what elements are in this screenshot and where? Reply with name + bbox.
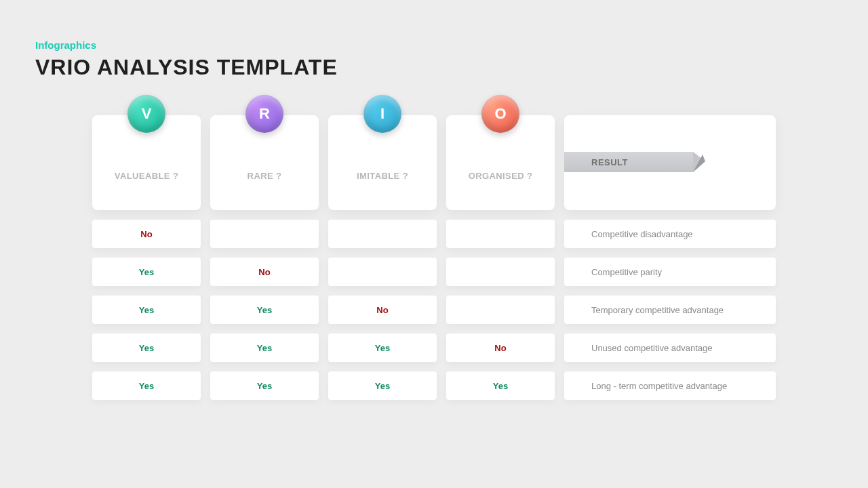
header-o: O ORGANISED ? [446, 115, 555, 210]
cell [328, 220, 437, 248]
cell: Yes [92, 333, 201, 362]
header-v: V VALUEABLE ? [92, 115, 201, 210]
cell [328, 258, 437, 286]
cell: Yes [210, 371, 319, 400]
cell: Yes [328, 333, 437, 362]
cell: No [446, 333, 555, 362]
cell: Yes [210, 296, 319, 324]
header-label-v: VALUEABLE ? [115, 171, 178, 181]
header-label-i: IMITABLE ? [357, 171, 408, 181]
column-v: V VALUEABLE ? No Yes Yes Yes Yes [92, 115, 201, 400]
header-label-r: RARE ? [248, 171, 282, 181]
header-label-o: ORGANISED ? [469, 171, 533, 181]
badge-r-icon: R [245, 95, 283, 133]
vrio-grid: V VALUEABLE ? No Yes Yes Yes Yes R RARE … [92, 115, 777, 400]
column-o: O ORGANISED ? No Yes [446, 115, 555, 400]
cell: Yes [328, 371, 437, 400]
cell: No [210, 258, 319, 286]
column-i: I IMITABLE ? No Yes Yes [328, 115, 437, 400]
result-cell: Competitive disadvantage [564, 220, 776, 248]
cell: Yes [92, 258, 201, 286]
cell [446, 220, 555, 248]
column-r: R RARE ? No Yes Yes Yes [210, 115, 319, 400]
cell: Yes [210, 333, 319, 362]
cell: Yes [446, 371, 555, 400]
badge-o-icon: O [481, 95, 519, 133]
result-cell: Long - term competitive advantage [564, 371, 776, 400]
header-r: R RARE ? [210, 115, 319, 210]
slide: Infographics VRIO ANALYSIS TEMPLATE V VA… [0, 0, 868, 488]
cell: No [92, 220, 201, 248]
header-i: I IMITABLE ? [328, 115, 437, 210]
result-cell: Unused competitive advantage [564, 333, 776, 362]
badge-v-icon: V [127, 95, 165, 133]
result-ribbon: RESULT [564, 152, 693, 172]
cell: Yes [92, 371, 201, 400]
badge-i-icon: I [363, 95, 401, 133]
cell [446, 296, 555, 324]
result-cell: Competitive parity [564, 258, 776, 286]
page-title: VRIO ANALYSIS TEMPLATE [35, 55, 834, 80]
cell [210, 220, 319, 248]
cell [446, 258, 555, 286]
cell: Yes [92, 296, 201, 324]
result-cell: Temporary competitive advantage [564, 296, 776, 324]
cell: No [328, 296, 437, 324]
result-label: RESULT [591, 157, 628, 167]
eyebrow: Infographics [35, 39, 834, 51]
header-result: RESULT [564, 115, 776, 210]
column-result: RESULT Competitive disadvantage Competit… [564, 115, 776, 400]
ribbon-tail-icon [693, 152, 709, 182]
